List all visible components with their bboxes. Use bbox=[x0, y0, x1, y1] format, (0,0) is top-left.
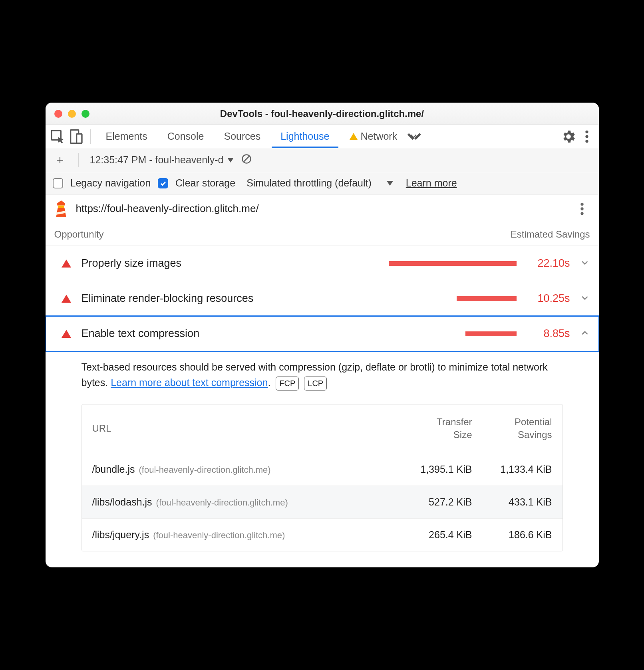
report-header: https://foul-heavenly-direction.glitch.m… bbox=[46, 194, 599, 223]
fail-triangle-icon bbox=[62, 330, 71, 338]
dropdown-caret-icon bbox=[227, 158, 234, 163]
table-row: /bundle.js(foul-heavenly-direction.glitc… bbox=[82, 453, 563, 486]
lighthouse-icon bbox=[54, 200, 68, 217]
col-savings: PotentialSavings bbox=[472, 416, 552, 442]
report-dropdown-label: 12:35:47 PM - foul-heavenly-d bbox=[90, 154, 224, 166]
devtools-tabs: Elements Console Sources Lighthouse Netw… bbox=[46, 125, 599, 148]
separator bbox=[90, 129, 91, 144]
clear-storage-label: Clear storage bbox=[175, 177, 235, 189]
cell-savings: 186.6 KiB bbox=[472, 529, 552, 541]
clear-report-icon[interactable] bbox=[241, 153, 252, 167]
table-header: URL TransferSize PotentialSavings bbox=[82, 404, 563, 453]
separator bbox=[78, 153, 79, 167]
opportunity-header-right: Estimated Savings bbox=[511, 229, 590, 240]
tab-lighthouse[interactable]: Lighthouse bbox=[272, 125, 338, 148]
legacy-navigation-checkbox[interactable] bbox=[53, 178, 63, 188]
svg-rect-2 bbox=[76, 134, 81, 143]
clear-storage-checkbox[interactable] bbox=[158, 178, 168, 188]
description-period: . bbox=[268, 377, 270, 388]
tab-label: Console bbox=[167, 131, 204, 142]
warning-icon bbox=[350, 133, 358, 140]
new-report-button[interactable]: ＋ bbox=[53, 153, 67, 167]
table-row: /libs/lodash.js(foul-heavenly-direction.… bbox=[82, 486, 563, 518]
metric-badge-lcp: LCP bbox=[304, 377, 327, 391]
cell-url: /libs/lodash.js(foul-heavenly-direction.… bbox=[92, 496, 392, 508]
report-url: https://foul-heavenly-direction.glitch.m… bbox=[76, 202, 259, 215]
savings-bar bbox=[389, 261, 517, 266]
opportunity-name: Properly size images bbox=[81, 257, 182, 270]
opportunity-description: Text-based resources should be served wi… bbox=[46, 351, 599, 394]
cell-transfer: 1,395.1 KiB bbox=[392, 464, 472, 475]
report-menu-icon[interactable] bbox=[574, 201, 590, 217]
table-row: /libs/jquery.js(foul-heavenly-direction.… bbox=[82, 518, 563, 551]
svg-point-3 bbox=[585, 130, 588, 133]
chevron-up-icon[interactable] bbox=[580, 328, 590, 340]
opportunity-row[interactable]: Eliminate render-blocking resources10.25… bbox=[46, 281, 599, 316]
cell-transfer: 527.2 KiB bbox=[392, 496, 472, 508]
tab-sources[interactable]: Sources bbox=[215, 125, 269, 148]
maximize-window-button[interactable] bbox=[81, 110, 89, 118]
svg-point-10 bbox=[580, 207, 583, 210]
savings-bar bbox=[465, 331, 517, 336]
tab-label: Lighthouse bbox=[280, 131, 329, 142]
chevron-down-icon[interactable] bbox=[580, 293, 590, 305]
tab-network[interactable]: Network bbox=[341, 125, 406, 148]
description-learn-more-link[interactable]: Learn more about text compression bbox=[111, 377, 268, 388]
lighthouse-toolbar: ＋ 12:35:47 PM - foul-heavenly-d bbox=[46, 148, 599, 172]
fail-triangle-icon bbox=[62, 260, 71, 268]
throttling-caret-icon[interactable] bbox=[387, 181, 393, 186]
svg-point-9 bbox=[580, 202, 583, 205]
titlebar: DevTools - foul-heavenly-direction.glitc… bbox=[46, 103, 599, 125]
savings-seconds: 8.85s bbox=[526, 327, 570, 340]
opportunity-name: Enable text compression bbox=[81, 327, 200, 340]
svg-point-5 bbox=[585, 140, 588, 143]
throttling-label: Simulated throttling (default) bbox=[246, 177, 372, 189]
tab-label: Network bbox=[361, 131, 398, 142]
savings-seconds: 10.25s bbox=[526, 292, 570, 305]
inspect-element-icon[interactable] bbox=[50, 129, 66, 145]
minimize-window-button[interactable] bbox=[68, 110, 76, 118]
compression-table: URL TransferSize PotentialSavings /bundl… bbox=[81, 404, 563, 551]
tab-console[interactable]: Console bbox=[159, 125, 213, 148]
opportunity-row[interactable]: Enable text compression8.85s bbox=[46, 316, 599, 351]
cell-url: /bundle.js(foul-heavenly-direction.glitc… bbox=[92, 464, 392, 475]
cell-url: /libs/jquery.js(foul-heavenly-direction.… bbox=[92, 529, 392, 541]
kebab-menu-icon[interactable] bbox=[579, 129, 595, 145]
legacy-navigation-label: Legacy navigation bbox=[70, 177, 151, 189]
devtools-window: DevTools - foul-heavenly-direction.glitc… bbox=[46, 103, 599, 567]
settings-icon[interactable] bbox=[561, 129, 576, 145]
cell-savings: 433.1 KiB bbox=[472, 496, 552, 508]
window-controls bbox=[54, 110, 89, 118]
opportunity-header-left: Opportunity bbox=[54, 229, 104, 240]
metric-badge-fcp: FCP bbox=[276, 377, 299, 391]
svg-rect-7 bbox=[58, 205, 64, 208]
learn-more-link[interactable]: Learn more bbox=[406, 177, 457, 189]
lighthouse-options: Legacy navigation Clear storage Simulate… bbox=[46, 172, 599, 194]
svg-point-11 bbox=[580, 212, 583, 215]
col-transfer: TransferSize bbox=[392, 416, 472, 442]
window-title: DevTools - foul-heavenly-direction.glitc… bbox=[220, 108, 424, 119]
cell-transfer: 265.4 KiB bbox=[392, 529, 472, 541]
opportunity-name: Eliminate render-blocking resources bbox=[81, 292, 254, 305]
tab-label: Elements bbox=[106, 131, 147, 142]
opportunity-header: Opportunity Estimated Savings bbox=[46, 223, 599, 246]
chevron-down-icon[interactable] bbox=[580, 258, 590, 270]
col-url: URL bbox=[92, 423, 392, 434]
fail-triangle-icon bbox=[62, 295, 71, 303]
tab-elements[interactable]: Elements bbox=[97, 125, 156, 148]
tab-label: Sources bbox=[224, 131, 260, 142]
savings-bar bbox=[457, 296, 517, 301]
svg-point-4 bbox=[585, 135, 588, 138]
report-dropdown[interactable]: 12:35:47 PM - foul-heavenly-d bbox=[90, 154, 234, 166]
more-tabs-icon[interactable] bbox=[408, 129, 424, 145]
opportunity-row[interactable]: Properly size images22.10s bbox=[46, 246, 599, 281]
device-toolbar-icon[interactable] bbox=[68, 129, 84, 145]
savings-seconds: 22.10s bbox=[526, 257, 570, 270]
close-window-button[interactable] bbox=[54, 110, 62, 118]
cell-savings: 1,133.4 KiB bbox=[472, 464, 552, 475]
